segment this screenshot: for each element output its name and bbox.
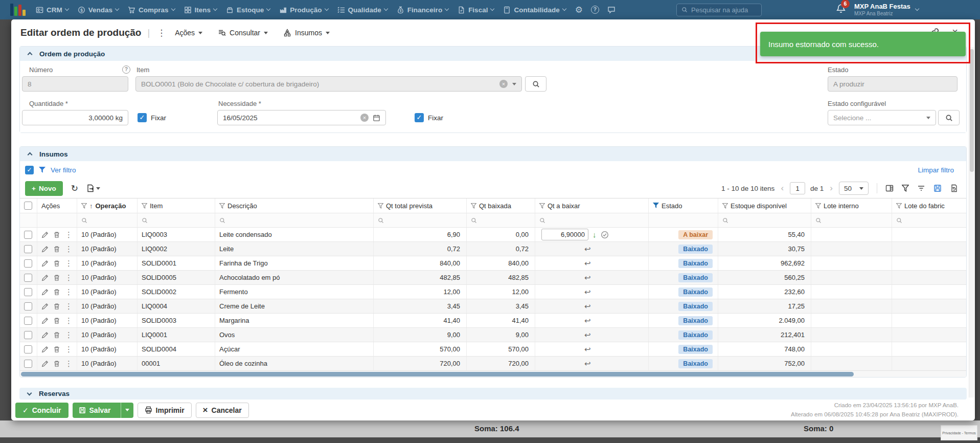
success-toast[interactable]: Insumo estornado com sucesso. — [760, 32, 966, 56]
funnel-active-icon[interactable] — [653, 203, 659, 209]
nav-menu-contabilidade[interactable]: Contabilidade — [503, 6, 565, 14]
delete-icon[interactable] — [53, 360, 60, 367]
edit-icon[interactable] — [41, 317, 49, 324]
necessidade-field[interactable]: 16/05/2025 × — [217, 110, 386, 125]
row-menu-icon[interactable]: ⋮ — [65, 259, 73, 268]
nav-menu-compras[interactable]: Compras — [128, 6, 175, 14]
delete-icon[interactable] — [53, 289, 60, 296]
delete-icon[interactable] — [53, 231, 60, 238]
row-menu-icon[interactable]: ⋮ — [65, 302, 73, 311]
table-row[interactable]: ⋮ 10 (Padrão) LIQ0001 Ovos 9,00 9,00 ↓ ↩… — [20, 327, 966, 342]
table-row[interactable]: ⋮ 10 (Padrão) SOLID0005 Achocolatado em … — [20, 270, 966, 284]
header-lote-interno[interactable]: Lote interno — [811, 198, 892, 213]
edit-icon[interactable] — [41, 274, 49, 281]
filter-qt-baixada[interactable] — [467, 213, 535, 227]
baixar-icon[interactable]: ↓ — [592, 230, 597, 239]
delete-icon[interactable] — [53, 331, 60, 339]
delete-icon[interactable] — [53, 317, 60, 324]
row-menu-icon[interactable]: ⋮ — [65, 316, 73, 325]
item-search-button[interactable] — [525, 76, 546, 92]
filter-lote-fabricante[interactable] — [892, 213, 966, 227]
filter-qt-total[interactable] — [374, 213, 467, 227]
estado-configuravel-select[interactable]: Selecione ... — [828, 110, 936, 125]
row-menu-icon[interactable]: ⋮ — [65, 273, 73, 282]
header-lote-do-fabricante[interactable]: Lote do fabric — [892, 198, 966, 213]
limpar-filtro-link[interactable]: Limpar filtro — [918, 166, 961, 174]
row-menu-icon[interactable]: ⋮ — [65, 287, 73, 297]
table-row[interactable]: ⋮ 10 (Padrão) LIQ0003 Leite condensado 6… — [20, 227, 966, 241]
delete-icon[interactable] — [53, 303, 60, 310]
user-menu[interactable]: MXP AnaB Festas MXP Ana Beatriz — [854, 3, 910, 17]
row-checkbox[interactable] — [24, 302, 32, 311]
funnel-icon[interactable] — [896, 203, 902, 209]
prev-page-icon[interactable]: ‹ — [780, 183, 785, 193]
filter-lote-interno[interactable] — [811, 213, 892, 227]
filter-qt-a-baixar[interactable] — [535, 213, 649, 227]
delete-icon[interactable] — [53, 260, 60, 267]
funnel-icon[interactable] — [219, 203, 225, 209]
help-search-input[interactable]: Pesquisar na ajuda — [676, 4, 762, 16]
funnel-icon[interactable] — [815, 203, 821, 209]
funnel-icon[interactable] — [722, 203, 728, 209]
salvar-button[interactable]: Salvar — [73, 406, 117, 414]
chat-icon[interactable] — [607, 6, 616, 14]
edit-icon[interactable] — [41, 289, 49, 296]
header-item[interactable]: Item — [138, 198, 215, 213]
row-checkbox[interactable] — [24, 245, 32, 253]
select-all-rows-checkbox[interactable] — [24, 202, 32, 210]
expand-icon[interactable] — [27, 390, 32, 395]
consultar-menu-button[interactable]: Consultar — [218, 29, 268, 37]
page-size-select[interactable]: 50 — [839, 182, 869, 195]
edit-icon[interactable] — [41, 260, 49, 267]
table-row[interactable]: ⋮ 10 (Padrão) LIQ0002 Leite 0,72 0,72 ↓ … — [20, 241, 966, 256]
nav-menu-itens[interactable]: Itens — [184, 6, 217, 14]
funnel-icon[interactable] — [539, 203, 545, 209]
scrollbar-thumb[interactable] — [970, 49, 974, 172]
estornar-icon[interactable]: ↩ — [584, 359, 591, 368]
quantidade-field[interactable]: 3,00000 kg — [22, 110, 128, 125]
row-menu-icon[interactable]: ⋮ — [65, 230, 73, 239]
chevron-down-icon[interactable] — [512, 83, 516, 85]
estado-configuravel-search-button[interactable] — [938, 110, 960, 125]
row-checkbox[interactable] — [24, 259, 32, 268]
header-qt-total-prevista[interactable]: Qt total prevista — [374, 198, 467, 213]
ver-filtro-link[interactable]: Ver filtro — [51, 166, 76, 174]
table-row[interactable]: ⋮ 10 (Padrão) LIQ0004 Creme de Leite 3,4… — [20, 299, 966, 313]
export-button[interactable] — [86, 184, 100, 192]
notifications-bell[interactable]: 6 — [836, 3, 846, 16]
row-checkbox[interactable] — [24, 288, 32, 296]
edit-icon[interactable] — [41, 303, 49, 310]
page-number-input[interactable] — [790, 182, 805, 194]
clear-icon[interactable]: × — [499, 80, 508, 88]
select-all-checkbox[interactable]: ✓ — [25, 166, 34, 174]
filter-estoque[interactable] — [718, 213, 811, 227]
fixar-necessidade-checkbox[interactable]: ✓ Fixar — [415, 113, 443, 122]
gear-icon[interactable]: ⚙ — [575, 5, 583, 15]
collapse-icon[interactable] — [28, 152, 33, 158]
next-page-icon[interactable]: › — [829, 183, 834, 193]
nav-menu-producao[interactable]: Produção — [279, 6, 328, 14]
insumos-menu-button[interactable]: Insumos — [283, 29, 330, 37]
delete-icon[interactable] — [53, 274, 60, 281]
nav-menu-crm[interactable]: CRM — [36, 6, 69, 14]
nav-menu-qualidade[interactable]: Qualidade — [337, 6, 388, 14]
row-checkbox[interactable] — [24, 345, 32, 353]
funnel-icon[interactable] — [378, 203, 383, 209]
delete-icon[interactable] — [53, 346, 60, 353]
funnel-icon[interactable] — [471, 203, 476, 209]
filter-item[interactable] — [138, 213, 215, 227]
nav-menu-vendas[interactable]: $ Vendas — [78, 6, 119, 14]
salvar-options-button[interactable] — [121, 403, 133, 418]
edit-icon[interactable] — [41, 246, 49, 253]
row-checkbox[interactable] — [24, 274, 32, 282]
table-row[interactable]: ⋮ 10 (Padrão) SOLID0004 Açúcar 570,00 57… — [20, 342, 966, 356]
section-header-reservas[interactable]: Reservas — [19, 388, 967, 400]
funnel-icon[interactable] — [902, 185, 909, 192]
estornar-icon[interactable]: ↩ — [584, 330, 591, 340]
row-menu-icon[interactable]: ⋮ — [65, 330, 73, 340]
privacy-terms-chip[interactable]: Privacidade - Termos — [941, 425, 977, 440]
save-layout-icon[interactable] — [933, 184, 942, 192]
app-logo[interactable] — [10, 4, 26, 16]
kebab-menu-icon[interactable]: ⋮ — [157, 28, 166, 38]
filter-descricao[interactable] — [215, 213, 374, 227]
